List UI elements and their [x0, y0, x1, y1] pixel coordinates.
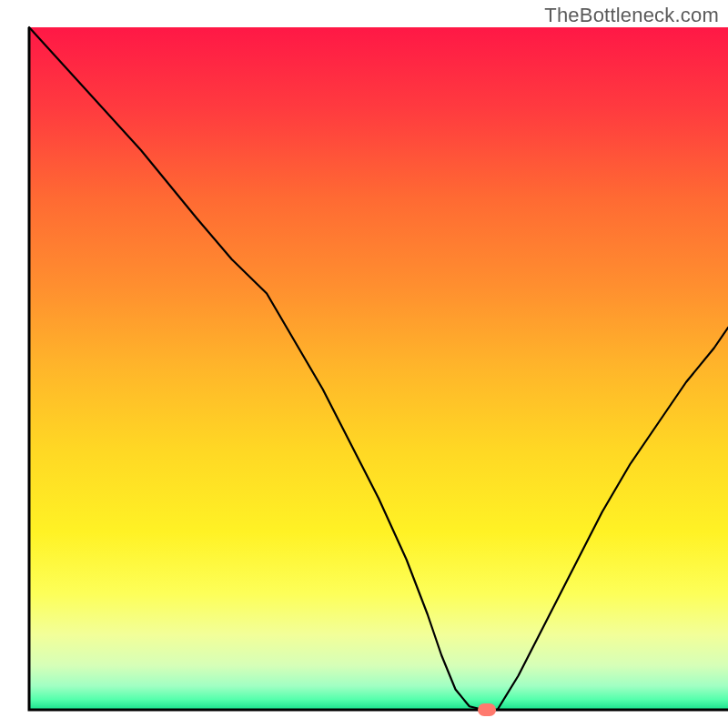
chart-container: TheBottleneck.com [0, 0, 728, 728]
optimal-point [478, 703, 496, 716]
watermark-text: TheBottleneck.com [544, 4, 719, 27]
bottleneck-chart [0, 0, 728, 728]
gradient-background [29, 27, 728, 710]
